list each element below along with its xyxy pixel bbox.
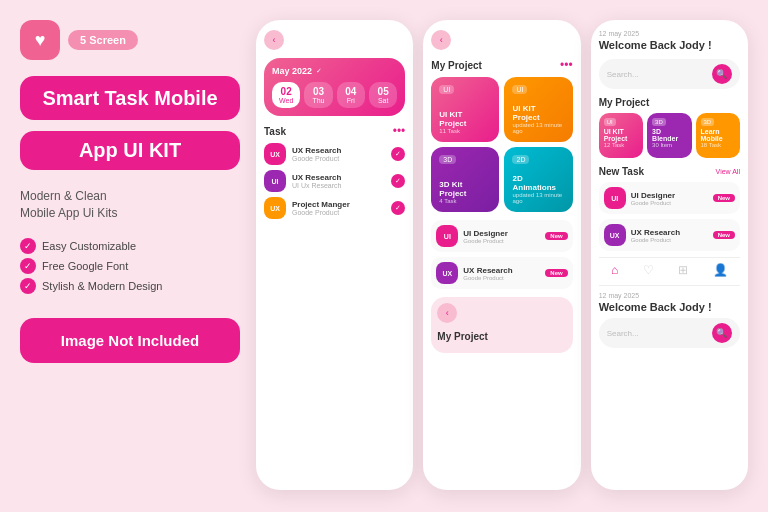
cal-day-3[interactable]: 04 Fri	[337, 82, 365, 108]
title-line1: Smart Task Mobile	[20, 76, 240, 120]
task-icon-2: UI	[264, 170, 286, 192]
phone2-mini-title: My Project	[437, 331, 488, 342]
proj-section-title: My Project	[431, 60, 482, 71]
phone3-proj-3[interactable]: 3D Learn Mobile 18 Task	[696, 113, 740, 158]
task-check-1[interactable]: ✓	[391, 147, 405, 161]
phone2-task-1[interactable]: UI UI Designer Goode Product New	[431, 220, 572, 252]
nav-grid-icon[interactable]: ⊞	[678, 263, 688, 277]
phone2-task-info-2: UX Research Goode Product	[463, 266, 540, 281]
project-grid: UI UI KIT Project 11 Task UI UI KIT Proj…	[431, 77, 572, 212]
phone3-proj-2[interactable]: 3D 3D Blender 30 Item	[647, 113, 691, 158]
task-item-2[interactable]: UI UX Research UI Ux Research ✓	[264, 170, 405, 192]
back-button-mini[interactable]: ‹	[437, 303, 457, 323]
back-button-1[interactable]: ‹	[264, 30, 284, 50]
task-section-title: Task	[264, 126, 286, 137]
cal-day-1[interactable]: 02 Wed	[272, 82, 300, 108]
search-placeholder-2: Search...	[607, 329, 707, 338]
phone2-bottom-preview: ‹ My Project	[431, 297, 572, 353]
phone3-second-welcome: 12 may 2025 Welcome Back Jody ! Search..…	[599, 285, 740, 348]
task-info-3: Project Manger Goode Product	[292, 200, 385, 216]
phone2-task-badge-1: New	[545, 232, 567, 240]
main-container: ♥ 5 Screen Smart Task Mobile App UI KIT …	[0, 0, 768, 512]
phone2-task-badge-2: New	[545, 269, 567, 277]
task-icon-1: UX	[264, 143, 286, 165]
task-item-1[interactable]: UX UX Research Goode Product ✓	[264, 143, 405, 165]
phones-section: ‹ May 2022 ✓ 02 Wed 03 Thu	[256, 20, 748, 492]
phone-2: ‹ My Project ••• UI UI KIT Project 11 Ta…	[423, 20, 580, 490]
phone3-proj-header: My Project	[599, 97, 740, 108]
new-task-header: New Task View All	[599, 166, 740, 177]
logo-row: ♥ 5 Screen	[20, 20, 240, 60]
proj-section-header: My Project •••	[431, 58, 572, 72]
nt-badge-1: New	[713, 194, 735, 202]
task-dots-menu[interactable]: •••	[393, 124, 406, 138]
phone2-mini-section: My Project	[437, 331, 566, 342]
search-bar-2[interactable]: Search... 🔍	[599, 318, 740, 348]
cal-check-icon: ✓	[316, 67, 322, 75]
phone-3: 12 may 2025 Welcome Back Jody ! Search..…	[591, 20, 748, 490]
new-task-2[interactable]: UX UX Research Goode Product New	[599, 219, 740, 251]
phone2-task-info-1: UI Designer Goode Product	[463, 229, 540, 244]
cal-day-4[interactable]: 05 Sat	[369, 82, 397, 108]
task-section-header: Task •••	[264, 124, 405, 138]
phone2-task-2[interactable]: UX UX Research Goode Product New	[431, 257, 572, 289]
features-list: ✓ Easy Customizable ✓ Free Google Font ✓…	[20, 238, 240, 298]
phone2-mini-header: ‹	[437, 303, 566, 323]
feature-3: ✓ Stylish & Modern Design	[20, 278, 240, 294]
screens-badge: 5 Screen	[68, 30, 138, 50]
proj-card-1[interactable]: UI UI KIT Project 11 Task	[431, 77, 499, 142]
calendar-section: May 2022 ✓ 02 Wed 03 Thu 04	[264, 58, 405, 116]
task-check-2[interactable]: ✓	[391, 174, 405, 188]
new-task-section: New Task View All UI UI Designer Goode P…	[599, 166, 740, 251]
nt-info-1: UI Designer Goode Product	[631, 191, 708, 206]
phone-1: ‹ May 2022 ✓ 02 Wed 03 Thu	[256, 20, 413, 490]
back-button-2[interactable]: ‹	[431, 30, 451, 50]
title-block: Smart Task Mobile App UI KIT	[20, 76, 240, 170]
search-bar[interactable]: Search... 🔍	[599, 59, 740, 89]
welcome-title: Welcome Back Jody !	[599, 39, 740, 51]
phone-1-inner: ‹ May 2022 ✓ 02 Wed 03 Thu	[256, 20, 413, 490]
phone-2-inner: ‹ My Project ••• UI UI KIT Project 11 Ta…	[423, 20, 580, 490]
check-icon-3: ✓	[20, 278, 36, 294]
phone2-task-icon-2: UX	[436, 262, 458, 284]
nav-bookmark-icon[interactable]: ♡	[643, 263, 654, 277]
proj-card-3[interactable]: 3D 3D Kit Project 4 Task	[431, 147, 499, 212]
nav-home-icon[interactable]: ⌂	[611, 263, 618, 277]
search-placeholder: Search...	[607, 70, 707, 79]
left-section: ♥ 5 Screen Smart Task Mobile App UI KIT …	[20, 20, 240, 492]
task-item-3[interactable]: UX Project Manger Goode Product ✓	[264, 197, 405, 219]
task-info-1: UX Research Goode Product	[292, 146, 385, 162]
nt-icon-2: UX	[604, 224, 626, 246]
proj-card-4[interactable]: 2D 2D Animations updated 13 minute ago	[504, 147, 572, 212]
logo-icon: ♥	[20, 20, 60, 60]
nt-info-2: UX Research Goode Product	[631, 228, 708, 243]
welcome-date: 12 may 2025	[599, 30, 740, 37]
new-task-1[interactable]: UI UI Designer Goode Product New	[599, 182, 740, 214]
phone3-proj-row: UI UI KIT Project 12 Task 3D 3D Blender …	[599, 113, 740, 158]
new-task-title: New Task	[599, 166, 644, 177]
phone3-proj-title: My Project	[599, 97, 650, 108]
search-button[interactable]: 🔍	[712, 64, 732, 84]
welcome-title-2: Welcome Back Jody !	[599, 301, 740, 313]
nav-user-icon[interactable]: 👤	[713, 263, 728, 277]
check-icon-2: ✓	[20, 258, 36, 274]
view-all-link[interactable]: View All	[716, 168, 740, 175]
task-check-3[interactable]: ✓	[391, 201, 405, 215]
phone-3-inner: 12 may 2025 Welcome Back Jody ! Search..…	[591, 20, 748, 490]
bottom-nav: ⌂ ♡ ⊞ 👤	[599, 257, 740, 277]
title-line2: App UI KIT	[20, 131, 240, 170]
cal-days: 02 Wed 03 Thu 04 Fri 05	[272, 82, 397, 108]
nt-icon-1: UI	[604, 187, 626, 209]
cal-day-2[interactable]: 03 Thu	[304, 82, 332, 108]
cal-month-row: May 2022 ✓	[272, 66, 397, 76]
phone3-proj-1[interactable]: UI UI KIT Project 12 Task	[599, 113, 643, 158]
welcome-date-2: 12 may 2025	[599, 292, 740, 299]
image-not-included-label: Image Not Included	[20, 318, 240, 363]
check-icon-1: ✓	[20, 238, 36, 254]
proj-dots-menu[interactable]: •••	[560, 58, 573, 72]
proj-card-2[interactable]: UI UI KIT Project updated 13 minute ago	[504, 77, 572, 142]
phone2-header: ‹	[431, 30, 572, 50]
search-button-2[interactable]: 🔍	[712, 323, 732, 343]
phone1-header: ‹	[264, 30, 405, 50]
nt-badge-2: New	[713, 231, 735, 239]
